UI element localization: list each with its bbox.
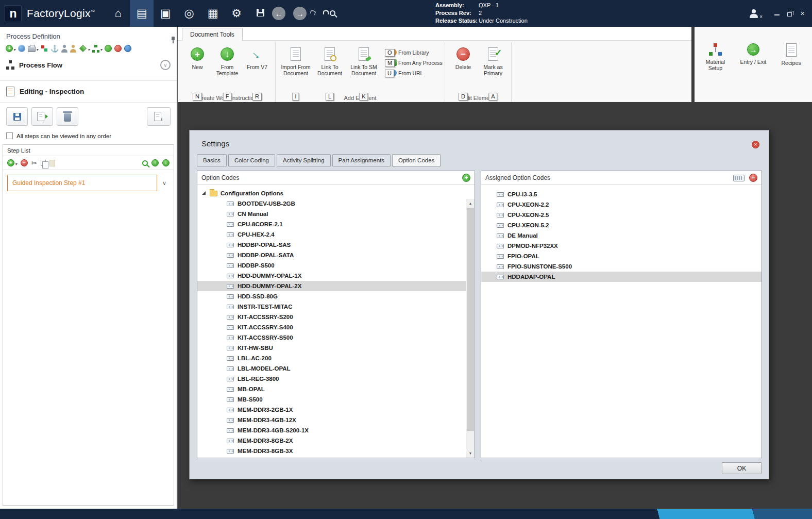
cut-step-button[interactable]: ✂ xyxy=(31,158,37,168)
from-any-process-button[interactable]: M From Any Process xyxy=(385,59,441,66)
option-code-item[interactable]: DPMOD-NFP32XX xyxy=(481,241,762,251)
delete-step-button[interactable] xyxy=(57,107,78,126)
keyboard-icon[interactable] xyxy=(733,175,745,181)
option-code-item[interactable]: KIT-HW-SBU xyxy=(197,343,475,353)
expander-icon[interactable] xyxy=(202,191,206,195)
option-code-item[interactable]: FPIO-SUNSTONE-S500 xyxy=(481,261,762,272)
ok-button[interactable]: OK xyxy=(722,462,762,474)
dialog-close-button[interactable]: × xyxy=(752,141,759,148)
operator-button[interactable] xyxy=(70,44,76,53)
option-code-item[interactable]: HDDBP-OPAL-SAS xyxy=(197,240,475,250)
scroll-up-button[interactable] xyxy=(466,199,475,208)
tree-root-configuration-options[interactable]: Configuration Options xyxy=(197,188,475,198)
option-code-item[interactable]: CPU-XEON-5.2 xyxy=(481,220,762,230)
move-step-up-button[interactable]: ↑ xyxy=(151,158,159,168)
close-button[interactable]: × xyxy=(796,0,809,27)
tab-document-tools[interactable]: Document Tools xyxy=(182,28,243,41)
material-setup-button[interactable]: Material Setup xyxy=(699,43,733,71)
operator-admin-button[interactable] xyxy=(61,44,67,53)
testing-button[interactable]: ◎ xyxy=(177,0,201,27)
copy-step-button[interactable] xyxy=(41,158,46,168)
option-code-item[interactable]: KIT-ACCSSRY-S500 xyxy=(197,332,475,343)
option-code-item[interactable]: LBL-REG-3800 xyxy=(197,374,475,384)
web-button[interactable] xyxy=(18,44,25,53)
import-from-document-button[interactable]: Import From Document I xyxy=(280,44,312,93)
info-button[interactable] xyxy=(124,44,131,53)
add-step-button[interactable]: + xyxy=(7,158,17,168)
anchor-button[interactable]: ⚓ xyxy=(50,44,59,53)
new-button[interactable]: + New N xyxy=(183,44,211,93)
milestone-button[interactable] xyxy=(79,44,90,53)
forward-button[interactable]: → xyxy=(293,7,307,20)
option-code-item[interactable]: HDD-DUMMY-OPAL-1X xyxy=(197,271,475,281)
option-code-item[interactable]: MEM-DDR3-8GB-3X xyxy=(197,446,475,456)
home-button[interactable]: ⌂ xyxy=(106,0,130,27)
option-code-item[interactable]: MB-OPAL xyxy=(197,384,475,394)
option-code-item[interactable]: INSTR-TEST-MITAC xyxy=(197,302,475,312)
option-code-item[interactable]: BOOTDEV-USB-2GB xyxy=(197,198,475,209)
option-code-item[interactable]: CPU-8CORE-2.1 xyxy=(197,219,475,229)
delete-element-button[interactable]: − Delete D xyxy=(449,44,477,93)
settings-tab[interactable]: Option Codes xyxy=(392,154,441,166)
scroll-down-button[interactable] xyxy=(466,449,475,458)
move-step-down-button[interactable]: ↓ xyxy=(162,158,170,168)
remove-option-code-button[interactable]: − xyxy=(749,174,757,182)
collapse-button[interactable]: ∨ xyxy=(160,60,171,70)
settings-tab[interactable]: Color Coding xyxy=(228,154,275,166)
edit-work-instructions-button[interactable]: ✎ xyxy=(147,107,171,126)
option-code-item[interactable]: CN Manual xyxy=(197,209,475,219)
minimize-button[interactable] xyxy=(770,0,783,27)
from-library-button[interactable]: O From Library xyxy=(385,49,441,56)
start-button[interactable] xyxy=(105,44,112,53)
remove-step-button[interactable]: − xyxy=(21,158,28,168)
from-template-button[interactable]: ↓ From Template F xyxy=(213,44,241,93)
scrollbar[interactable] xyxy=(466,199,475,458)
save-button[interactable] xyxy=(257,9,264,19)
option-code-item[interactable]: CPU-i3-3.5 xyxy=(481,189,762,199)
settings-tab[interactable]: Part Assignments xyxy=(332,154,391,166)
option-code-item[interactable]: FPIO-OPAL xyxy=(481,251,762,261)
sync-button[interactable] xyxy=(41,44,48,53)
flow-tree-button[interactable] xyxy=(92,44,102,53)
step-list-item[interactable]: Guided Inspection Step #1 xyxy=(3,175,174,191)
settings-button[interactable]: ⚙ xyxy=(225,0,248,27)
settings-tab[interactable]: Basics xyxy=(197,154,227,166)
mark-as-primary-button[interactable]: ✓ Mark as Primary A xyxy=(479,44,507,93)
option-code-item[interactable]: LBL-AC-200 xyxy=(197,353,475,363)
from-url-button[interactable]: U From URL xyxy=(385,70,441,77)
option-code-item[interactable]: MB-S500 xyxy=(197,394,475,405)
option-code-item[interactable]: KIT-ACCSSRY-S200 xyxy=(197,312,475,322)
scroll-thumb[interactable] xyxy=(467,208,474,431)
option-code-item[interactable]: HDDBP-OPAL-SATA xyxy=(197,250,475,260)
recipes-button[interactable]: Recipes xyxy=(774,43,808,66)
option-code-item[interactable]: KIT-ACCSSRY-S400 xyxy=(197,322,475,332)
option-code-item[interactable]: MEM-DDR3-2GB-1X xyxy=(197,405,475,415)
from-v7-button[interactable]: → From V7 R xyxy=(243,44,271,93)
paste-step-button[interactable] xyxy=(49,158,55,168)
step-label[interactable]: Guided Inspection Step #1 xyxy=(7,175,157,191)
option-code-item[interactable]: MEM-DDR3-4GB-S200-1X xyxy=(197,425,475,436)
any-order-checkbox[interactable] xyxy=(6,132,13,139)
print-button[interactable] xyxy=(28,44,38,53)
option-code-item[interactable]: CPU-HEX-2.4 xyxy=(197,229,475,240)
add-button[interactable]: + xyxy=(6,44,15,53)
scheduler-button[interactable]: ▦ xyxy=(201,0,225,27)
restore-button[interactable] xyxy=(783,0,796,27)
find-step-button[interactable] xyxy=(142,158,148,168)
link-to-sm-document-button[interactable]: Link To SM Document K xyxy=(348,44,380,93)
export-step-button[interactable] xyxy=(31,107,53,126)
add-option-code-button[interactable]: + xyxy=(462,174,470,182)
option-code-item[interactable]: DE Manual xyxy=(481,230,762,241)
option-code-item[interactable]: HDDBP-S500 xyxy=(197,260,475,271)
chevron-down-icon[interactable] xyxy=(157,180,172,187)
link-to-document-button[interactable]: Link To Document L xyxy=(314,44,346,93)
back-button[interactable]: ← xyxy=(272,7,285,20)
user-logout-button[interactable]: × xyxy=(749,9,759,18)
stop-button[interactable] xyxy=(114,44,122,53)
option-code-item[interactable]: HDD-SSD-80G xyxy=(197,291,475,302)
option-code-item[interactable]: MEM-DDR3-4GB-12X xyxy=(197,415,475,425)
option-code-item[interactable]: MEM-DDR3-8GB-2X xyxy=(197,436,475,446)
settings-tab[interactable]: Activity Splitting xyxy=(277,154,331,166)
option-code-item[interactable]: HDDADAP-OPAL xyxy=(481,272,762,282)
option-code-item[interactable]: LBL-MODEL-OPAL xyxy=(197,363,475,374)
